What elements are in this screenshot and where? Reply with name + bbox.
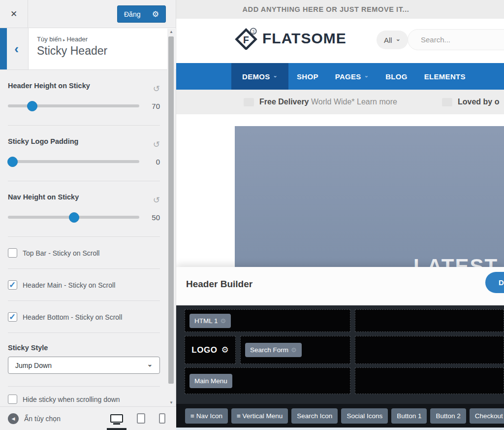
control-sticky-style: Sticky Style Jump Down ⌄ xyxy=(0,333,168,386)
control-nav-height: Nav Height on Sticky ↺ 50 xyxy=(0,181,168,236)
header-builder-grid: HTML 1 ⚙ LOGO ⚙ Search Form ⚙ xyxy=(176,305,504,404)
builder-row-main-right[interactable] xyxy=(355,336,504,364)
slider-thumb[interactable] xyxy=(27,101,37,111)
builder-element-html1[interactable]: HTML 1 ⚙ xyxy=(189,314,231,328)
checkbox-label: Header Bottom - Sticky on Scroll xyxy=(23,313,122,321)
scroll-down-icon[interactable]: ▼ xyxy=(167,399,175,406)
checkbox-header-bottom-sticky[interactable]: ✓ Header Bottom - Sticky on Scroll xyxy=(0,301,168,332)
info-strip: Free Delivery World Wide* Learn more Lov… xyxy=(176,90,504,114)
gear-icon[interactable]: ⚙ xyxy=(291,346,297,354)
builder-element-search-form[interactable]: Search Form ⚙ xyxy=(245,343,302,357)
breadcrumb-root[interactable]: Tùy biến xyxy=(37,35,62,43)
logo-padding-slider[interactable] xyxy=(8,157,139,166)
builder-row-bottom[interactable]: Main Menu xyxy=(185,367,350,394)
nav-item-blog[interactable]: BLOG xyxy=(377,63,416,90)
checkbox[interactable]: ✓ xyxy=(8,248,17,258)
search-category-dropdown[interactable]: All ⌄ xyxy=(377,31,408,49)
checkbox-top-bar-sticky[interactable]: ✓ Top Bar - Sticky on Scroll xyxy=(0,237,168,268)
nav-item-demos[interactable]: DEMOS⌄ xyxy=(231,63,288,90)
toolbar-element-button2[interactable]: Button 2 xyxy=(430,408,466,424)
chevron-down-icon: ⌄ xyxy=(273,72,278,79)
nav-item-pages[interactable]: PAGES⌄ xyxy=(327,63,377,90)
close-icon[interactable]: ✕ xyxy=(0,0,28,28)
device-desktop-button[interactable] xyxy=(110,412,123,425)
hero-heading: LATEST xyxy=(413,255,498,267)
control-label: Sticky Logo Padding xyxy=(8,137,78,145)
publish-button[interactable]: Đăng ⚙ xyxy=(117,5,166,23)
page-title: Sticky Header xyxy=(37,44,107,58)
hide-controls-button[interactable]: ◀ Ẩn tùy chọn xyxy=(8,413,61,424)
control-label: Nav Height on Sticky xyxy=(8,193,79,201)
search-category-value: All xyxy=(384,36,392,44)
builder-right-column xyxy=(355,309,504,404)
toolbar-element-vertical-menu[interactable]: ≡ Vertical Menu xyxy=(231,408,288,424)
slider-thumb[interactable] xyxy=(69,212,79,223)
gear-icon[interactable]: ⚙ xyxy=(152,9,159,19)
builder-left-column: HTML 1 ⚙ LOGO ⚙ Search Form ⚙ xyxy=(185,309,350,404)
builder-row-top-right[interactable] xyxy=(355,309,504,332)
placeholder-icon xyxy=(244,98,254,106)
select-value: Jump Down xyxy=(15,362,52,369)
desktop-icon xyxy=(110,414,123,423)
checkbox-hide-sticky-scroll-down[interactable]: ✓ Hide sticky when scrolling down xyxy=(0,387,168,406)
customizer-app: ✕ Đăng ⚙ ‹ Tùy biến▸Header Sticky Header xyxy=(0,0,504,430)
info-strip-item-loved: Loved by o xyxy=(442,90,499,114)
publish-label: Đăng xyxy=(124,10,140,18)
header-height-slider[interactable] xyxy=(8,101,139,111)
breadcrumb-separator-icon: ▸ xyxy=(63,37,65,42)
checkbox[interactable]: ✓ xyxy=(8,395,17,404)
chevron-down-icon: ⌄ xyxy=(147,361,153,368)
builder-row-top[interactable]: HTML 1 ⚙ xyxy=(185,309,350,332)
check-icon: ✓ xyxy=(9,280,16,290)
back-button[interactable]: ‹ xyxy=(0,28,29,69)
sidebar-scrollbar[interactable]: ▲ ▼ xyxy=(167,29,175,406)
slider-value: 0 xyxy=(147,158,160,166)
slider-value: 70 xyxy=(147,102,160,110)
device-tablet-button[interactable] xyxy=(137,412,145,425)
checkbox-label: Top Bar - Sticky on Scroll xyxy=(23,249,99,257)
reset-icon[interactable]: ↺ xyxy=(153,85,160,93)
chevron-left-icon: ‹ xyxy=(9,42,19,55)
device-mobile-button[interactable] xyxy=(159,412,165,425)
site-logo[interactable]: F 3 FLATSOME xyxy=(235,27,346,50)
placeholder-icon xyxy=(442,98,452,106)
search-input[interactable]: Search... xyxy=(408,29,504,50)
site-topbar-text: ADD ANYTHING HERE OR JUST REMOVE IT... xyxy=(176,0,504,19)
nav-height-slider[interactable] xyxy=(8,212,139,222)
builder-row-main-center[interactable]: Search Form ⚙ xyxy=(240,336,350,364)
toolbar-element-search-icon[interactable]: Search Icon xyxy=(291,408,338,424)
toolbar-element-button1[interactable]: Button 1 xyxy=(391,408,427,424)
section-title-block: Tùy biến▸Header Sticky Header xyxy=(29,28,107,69)
tablet-icon xyxy=(137,413,145,424)
gear-icon[interactable]: ⚙ xyxy=(221,345,228,355)
site-logo-text: FLATSOME xyxy=(262,30,346,47)
header-builder-panel: Header Builder Des xyxy=(176,267,504,305)
sticky-style-select[interactable]: Jump Down ⌄ xyxy=(8,357,160,374)
builder-element-logo[interactable]: LOGO ⚙ xyxy=(185,336,236,364)
builder-device-button[interactable]: Des xyxy=(485,272,504,293)
device-preview-switcher xyxy=(110,412,165,425)
page-content-edge xyxy=(176,428,504,430)
reset-icon[interactable]: ↺ xyxy=(153,196,160,204)
nav-item-shop[interactable]: SHOP xyxy=(288,63,327,90)
builder-row-bottom-right[interactable] xyxy=(355,367,504,394)
reset-icon[interactable]: ↺ xyxy=(153,140,160,149)
scroll-up-icon[interactable]: ▲ xyxy=(167,29,175,35)
customizer-sidebar: ✕ Đăng ⚙ ‹ Tùy biến▸Header Sticky Header xyxy=(0,0,176,430)
toolbar-element-nav-icon[interactable]: ≡ Nav Icon xyxy=(185,408,228,424)
gear-icon[interactable]: ⚙ xyxy=(220,317,226,325)
nav-item-elements[interactable]: ELEMENTS xyxy=(416,63,474,90)
scrollbar-thumb[interactable] xyxy=(168,36,174,384)
breadcrumb-section[interactable]: Header xyxy=(66,35,88,43)
checkbox-header-main-sticky[interactable]: ✓ Header Main - Sticky on Scroll xyxy=(0,269,168,300)
header-builder-title: Header Builder xyxy=(186,279,252,290)
builder-element-main-menu[interactable]: Main Menu xyxy=(189,374,232,388)
flatsome-logo-icon: F 3 xyxy=(235,27,257,50)
control-label: Sticky Style xyxy=(8,344,160,352)
checkbox[interactable]: ✓ xyxy=(8,280,17,290)
controls-list: Header Height on Sticky ↺ 70 Sticky Logo… xyxy=(0,70,168,406)
slider-thumb[interactable] xyxy=(7,157,18,167)
toolbar-element-checkout[interactable]: Checkout xyxy=(470,408,504,424)
toolbar-element-social-icons[interactable]: Social Icons xyxy=(341,408,388,424)
checkbox[interactable]: ✓ xyxy=(8,312,17,322)
